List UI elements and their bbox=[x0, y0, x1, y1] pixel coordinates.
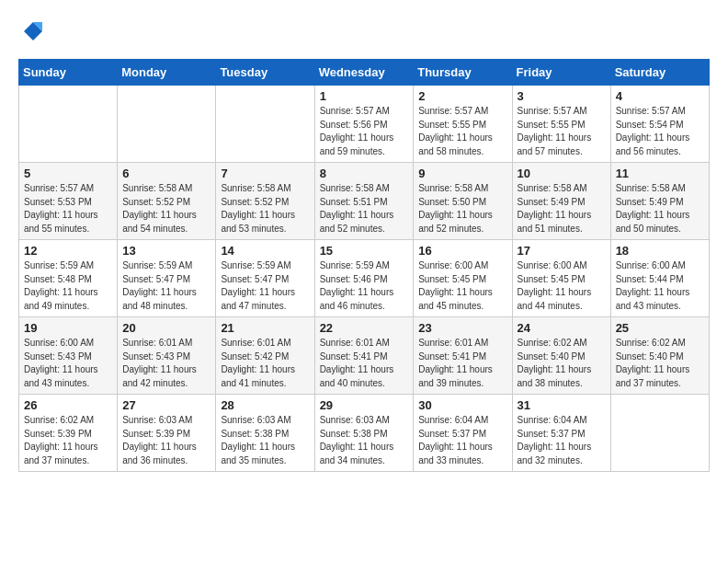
calendar-cell: 8Sunrise: 5:58 AM Sunset: 5:51 PM Daylig… bbox=[314, 163, 414, 240]
calendar-cell: 27Sunrise: 6:03 AM Sunset: 5:39 PM Dayli… bbox=[118, 395, 216, 472]
day-info: Sunrise: 5:58 AM Sunset: 5:52 PM Dayligh… bbox=[122, 182, 210, 236]
day-info: Sunrise: 5:59 AM Sunset: 5:46 PM Dayligh… bbox=[320, 259, 409, 313]
day-info: Sunrise: 5:58 AM Sunset: 5:51 PM Dayligh… bbox=[320, 182, 409, 236]
day-info: Sunrise: 5:59 AM Sunset: 5:47 PM Dayligh… bbox=[221, 259, 309, 313]
day-info: Sunrise: 5:57 AM Sunset: 5:55 PM Dayligh… bbox=[418, 105, 506, 158]
logo-icon bbox=[18, 18, 44, 44]
calendar-cell: 10Sunrise: 5:58 AM Sunset: 5:49 PM Dayli… bbox=[512, 163, 610, 240]
day-number: 21 bbox=[221, 321, 309, 335]
day-info: Sunrise: 6:01 AM Sunset: 5:41 PM Dayligh… bbox=[320, 337, 409, 390]
calendar-cell: 30Sunrise: 6:04 AM Sunset: 5:37 PM Dayli… bbox=[414, 395, 512, 472]
day-info: Sunrise: 6:01 AM Sunset: 5:42 PM Dayligh… bbox=[221, 337, 309, 390]
calendar-cell bbox=[19, 86, 118, 163]
calendar-cell: 24Sunrise: 6:02 AM Sunset: 5:40 PM Dayli… bbox=[512, 317, 610, 395]
day-number: 27 bbox=[122, 398, 210, 412]
day-number: 2 bbox=[418, 89, 506, 103]
calendar-week-row: 1Sunrise: 5:57 AM Sunset: 5:56 PM Daylig… bbox=[19, 86, 710, 163]
calendar-cell: 17Sunrise: 6:00 AM Sunset: 5:45 PM Dayli… bbox=[512, 240, 610, 317]
day-number: 4 bbox=[616, 89, 704, 103]
day-number: 31 bbox=[518, 398, 606, 412]
calendar-cell: 9Sunrise: 5:58 AM Sunset: 5:50 PM Daylig… bbox=[414, 163, 512, 240]
day-number: 18 bbox=[616, 244, 704, 258]
day-info: Sunrise: 6:03 AM Sunset: 5:39 PM Dayligh… bbox=[122, 414, 210, 467]
calendar-cell bbox=[610, 395, 709, 472]
page-header bbox=[18, 18, 710, 44]
day-info: Sunrise: 6:02 AM Sunset: 5:40 PM Dayligh… bbox=[616, 337, 704, 390]
day-number: 22 bbox=[320, 321, 409, 335]
column-header-monday: Monday bbox=[118, 60, 216, 86]
day-number: 30 bbox=[418, 398, 506, 412]
calendar-cell: 7Sunrise: 5:58 AM Sunset: 5:52 PM Daylig… bbox=[216, 163, 314, 240]
calendar-week-row: 19Sunrise: 6:00 AM Sunset: 5:43 PM Dayli… bbox=[19, 317, 710, 395]
day-number: 15 bbox=[320, 244, 409, 258]
calendar-cell: 11Sunrise: 5:58 AM Sunset: 5:49 PM Dayli… bbox=[610, 163, 709, 240]
day-info: Sunrise: 6:00 AM Sunset: 5:45 PM Dayligh… bbox=[418, 259, 506, 313]
calendar-cell: 29Sunrise: 6:03 AM Sunset: 5:38 PM Dayli… bbox=[314, 395, 414, 472]
calendar-cell: 2Sunrise: 5:57 AM Sunset: 5:55 PM Daylig… bbox=[414, 86, 512, 163]
day-info: Sunrise: 5:58 AM Sunset: 5:49 PM Dayligh… bbox=[616, 182, 704, 236]
day-info: Sunrise: 5:58 AM Sunset: 5:49 PM Dayligh… bbox=[518, 182, 606, 236]
calendar-cell: 5Sunrise: 5:57 AM Sunset: 5:53 PM Daylig… bbox=[19, 163, 118, 240]
day-info: Sunrise: 5:57 AM Sunset: 5:55 PM Dayligh… bbox=[518, 105, 606, 158]
calendar-cell: 14Sunrise: 5:59 AM Sunset: 5:47 PM Dayli… bbox=[216, 240, 314, 317]
calendar-week-row: 5Sunrise: 5:57 AM Sunset: 5:53 PM Daylig… bbox=[19, 163, 710, 240]
day-info: Sunrise: 5:58 AM Sunset: 5:52 PM Dayligh… bbox=[221, 182, 309, 236]
day-number: 19 bbox=[24, 321, 112, 335]
day-number: 20 bbox=[122, 321, 210, 335]
calendar-cell: 13Sunrise: 5:59 AM Sunset: 5:47 PM Dayli… bbox=[118, 240, 216, 317]
column-header-sunday: Sunday bbox=[19, 60, 118, 86]
calendar-cell: 16Sunrise: 6:00 AM Sunset: 5:45 PM Dayli… bbox=[414, 240, 512, 317]
calendar-cell bbox=[216, 86, 314, 163]
day-number: 28 bbox=[221, 398, 309, 412]
calendar-cell bbox=[118, 86, 216, 163]
day-number: 6 bbox=[122, 167, 210, 180]
day-info: Sunrise: 6:03 AM Sunset: 5:38 PM Dayligh… bbox=[221, 414, 309, 467]
day-number: 24 bbox=[518, 321, 606, 335]
calendar-week-row: 26Sunrise: 6:02 AM Sunset: 5:39 PM Dayli… bbox=[19, 395, 710, 472]
day-info: Sunrise: 6:01 AM Sunset: 5:43 PM Dayligh… bbox=[122, 337, 210, 390]
calendar-cell: 3Sunrise: 5:57 AM Sunset: 5:55 PM Daylig… bbox=[512, 86, 610, 163]
day-number: 17 bbox=[518, 244, 606, 258]
column-header-thursday: Thursday bbox=[414, 60, 512, 86]
calendar-cell: 15Sunrise: 5:59 AM Sunset: 5:46 PM Dayli… bbox=[314, 240, 414, 317]
day-number: 16 bbox=[418, 244, 506, 258]
calendar-cell: 25Sunrise: 6:02 AM Sunset: 5:40 PM Dayli… bbox=[610, 317, 709, 395]
day-number: 26 bbox=[24, 398, 112, 412]
day-info: Sunrise: 6:00 AM Sunset: 5:45 PM Dayligh… bbox=[518, 259, 606, 313]
calendar-cell: 21Sunrise: 6:01 AM Sunset: 5:42 PM Dayli… bbox=[216, 317, 314, 395]
day-info: Sunrise: 5:58 AM Sunset: 5:50 PM Dayligh… bbox=[418, 182, 506, 236]
day-number: 3 bbox=[518, 89, 606, 103]
day-number: 23 bbox=[418, 321, 506, 335]
calendar-cell: 22Sunrise: 6:01 AM Sunset: 5:41 PM Dayli… bbox=[314, 317, 414, 395]
day-number: 11 bbox=[616, 167, 704, 180]
day-info: Sunrise: 5:59 AM Sunset: 5:47 PM Dayligh… bbox=[122, 259, 210, 313]
day-number: 5 bbox=[24, 167, 112, 180]
logo bbox=[18, 18, 46, 44]
day-number: 7 bbox=[221, 167, 309, 180]
column-header-friday: Friday bbox=[512, 60, 610, 86]
calendar-cell: 6Sunrise: 5:58 AM Sunset: 5:52 PM Daylig… bbox=[118, 163, 216, 240]
day-info: Sunrise: 5:59 AM Sunset: 5:48 PM Dayligh… bbox=[24, 259, 112, 313]
day-number: 29 bbox=[320, 398, 409, 412]
calendar-table: SundayMondayTuesdayWednesdayThursdayFrid… bbox=[18, 59, 710, 472]
day-number: 12 bbox=[24, 244, 112, 258]
calendar-week-row: 12Sunrise: 5:59 AM Sunset: 5:48 PM Dayli… bbox=[19, 240, 710, 317]
calendar-cell: 20Sunrise: 6:01 AM Sunset: 5:43 PM Dayli… bbox=[118, 317, 216, 395]
column-header-wednesday: Wednesday bbox=[314, 60, 414, 86]
day-info: Sunrise: 5:57 AM Sunset: 5:54 PM Dayligh… bbox=[616, 105, 704, 158]
day-info: Sunrise: 6:01 AM Sunset: 5:41 PM Dayligh… bbox=[418, 337, 506, 390]
day-info: Sunrise: 6:02 AM Sunset: 5:40 PM Dayligh… bbox=[518, 337, 606, 390]
day-number: 8 bbox=[320, 167, 409, 180]
day-info: Sunrise: 5:57 AM Sunset: 5:53 PM Dayligh… bbox=[24, 182, 112, 236]
calendar-cell: 1Sunrise: 5:57 AM Sunset: 5:56 PM Daylig… bbox=[314, 86, 414, 163]
day-info: Sunrise: 6:04 AM Sunset: 5:37 PM Dayligh… bbox=[518, 414, 606, 467]
day-number: 10 bbox=[518, 167, 606, 180]
day-info: Sunrise: 6:00 AM Sunset: 5:44 PM Dayligh… bbox=[616, 259, 704, 313]
day-number: 1 bbox=[320, 89, 409, 103]
day-info: Sunrise: 6:03 AM Sunset: 5:38 PM Dayligh… bbox=[320, 414, 409, 467]
calendar-cell: 26Sunrise: 6:02 AM Sunset: 5:39 PM Dayli… bbox=[19, 395, 118, 472]
calendar-header-row: SundayMondayTuesdayWednesdayThursdayFrid… bbox=[19, 60, 710, 86]
day-number: 13 bbox=[122, 244, 210, 258]
column-header-saturday: Saturday bbox=[610, 60, 709, 86]
day-number: 9 bbox=[418, 167, 506, 180]
